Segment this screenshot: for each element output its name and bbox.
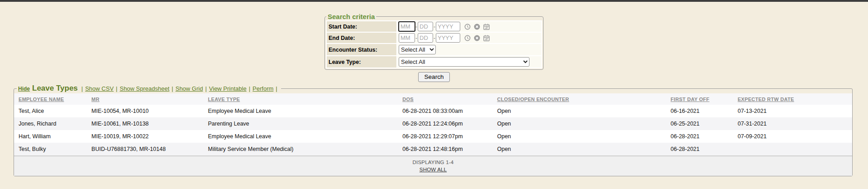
link-separator: |: [116, 85, 117, 92]
link-separator: |: [172, 85, 173, 92]
hide-link[interactable]: Hide: [18, 86, 30, 92]
cell-mr: BUID-U76881730, MR-10148: [87, 143, 203, 156]
end-date-icons: [464, 34, 493, 42]
link-separator: |: [249, 85, 250, 92]
cell-mr: MIE-10054, MR-10010: [87, 105, 203, 117]
pagination-cell: DISPLAYING 1-4 SHOW ALL: [14, 156, 852, 176]
end-date-field-group: --: [397, 33, 541, 43]
link-separator: |: [276, 85, 277, 92]
start-date-row: Start Date: --: [327, 21, 541, 32]
table-row[interactable]: Jones, Richard MIE-10061, MR-10138 Paren…: [14, 117, 852, 130]
leave-type-select[interactable]: Select All: [399, 57, 529, 67]
clock-icon[interactable]: [464, 35, 471, 41]
leave-table-body: Test, Alice MIE-10054, MR-10010 Employee…: [14, 105, 852, 156]
search-criteria-grid: Start Date: -- End Date: -- Encounter St…: [326, 20, 542, 68]
cell-employee-name: Jones, Richard: [14, 117, 87, 130]
link-separator: |: [205, 85, 206, 92]
column-header-leave-type[interactable]: LEAVE TYPE: [204, 93, 398, 105]
clear-icon[interactable]: [474, 24, 480, 30]
cell-leave-type: Military Service Member (Medical): [204, 143, 398, 156]
column-header-dos[interactable]: DOS: [398, 93, 492, 105]
leave-table-header-row: EMPLOYEE NAMEMRLEAVE TYPEDOSCLOSED/OPEN …: [14, 93, 852, 105]
top-border-bar: [0, 0, 868, 2]
leave-types-section: HideLeave Types|Show CSV|Show Spreadshee…: [14, 84, 853, 176]
show-all-link[interactable]: SHOW ALL: [420, 167, 447, 172]
cell-first-day-off: 06-28-2021: [666, 143, 733, 156]
leave-type-row: Leave Type: Select All: [327, 56, 541, 68]
search-button[interactable]: Search: [418, 72, 450, 82]
action-link-show-spreadsheet[interactable]: Show Spreadsheet: [119, 85, 169, 92]
start-date-yyyy-input[interactable]: [436, 22, 460, 31]
column-header-mr[interactable]: MR: [87, 93, 203, 105]
leave-table-foot: DISPLAYING 1-4 SHOW ALL: [14, 156, 852, 176]
cell-first-day-off: 06-28-2021: [666, 130, 733, 143]
search-criteria-legend: Search criteria: [326, 13, 376, 20]
encounter-status-field: Select All: [397, 44, 541, 55]
table-row[interactable]: Test, Alice MIE-10054, MR-10010 Employee…: [14, 105, 852, 117]
column-header-first-day-off[interactable]: FIRST DAY OFF: [666, 93, 733, 105]
cell-expected-rtw-date: 07-13-2021: [733, 105, 852, 117]
cell-encounter-status: Open: [492, 117, 666, 130]
leave-types-table: EMPLOYEE NAMEMRLEAVE TYPEDOSCLOSED/OPEN …: [14, 93, 852, 176]
leave-table-footer-row: DISPLAYING 1-4 SHOW ALL: [14, 156, 852, 176]
start-date-icons: [464, 23, 493, 31]
start-date-mm-input[interactable]: [398, 21, 415, 32]
column-header-closed-open-encounter[interactable]: CLOSED/OPEN ENCOUNTER: [492, 93, 666, 105]
date-dash: -: [415, 35, 417, 41]
link-separator: |: [81, 85, 83, 92]
end-date-label: End Date:: [327, 33, 396, 43]
cell-leave-type: Employee Medical Leave: [204, 130, 398, 143]
displaying-count: DISPLAYING 1-4: [19, 160, 848, 165]
start-date-label: Start Date:: [327, 21, 396, 32]
cell-dos: 06-28-2021 12:48:16pm: [398, 143, 492, 156]
cell-encounter-status: Open: [492, 143, 666, 156]
cell-leave-type: Parenting Leave: [204, 117, 398, 130]
cell-employee-name: Test, Alice: [14, 105, 87, 117]
cell-mr: MIE-10019, MR-10022: [87, 130, 203, 143]
cell-dos: 06-28-2021 12:29:07pm: [398, 130, 492, 143]
encounter-status-select[interactable]: Select All: [399, 45, 436, 54]
end-date-mm-input[interactable]: [399, 33, 415, 43]
search-button-row: Search: [324, 72, 544, 82]
cell-employee-name: Hart, William: [14, 130, 87, 143]
action-link-show-csv[interactable]: Show CSV: [85, 85, 114, 92]
action-link-show-grid[interactable]: Show Grid: [176, 85, 203, 92]
column-header-employee-name[interactable]: EMPLOYEE NAME: [14, 93, 87, 105]
leave-types-links: |Show CSV|Show Spreadsheet|Show Grid|Vie…: [79, 84, 280, 92]
cell-dos: 06-28-2021 12:24:06pm: [398, 117, 492, 130]
leave-types-title: Leave Types: [32, 84, 78, 92]
column-header-expected-rtw-date[interactable]: EXPECTED RTW DATE: [733, 93, 852, 105]
encounter-status-row: Encounter Status: Select All: [327, 44, 541, 55]
end-date-yyyy-input[interactable]: [436, 33, 460, 43]
leave-type-label: Leave Type:: [327, 56, 396, 68]
cell-leave-type: Employee Medical Leave: [204, 105, 398, 117]
cell-encounter-status: Open: [492, 105, 666, 117]
end-date-dd-input[interactable]: [418, 33, 433, 43]
cell-mr: MIE-10061, MR-10138: [87, 117, 203, 130]
cell-employee-name: Test, Bulky: [14, 143, 87, 156]
action-link-view-printable[interactable]: View Printable: [209, 85, 247, 92]
date-dash: -: [434, 35, 435, 41]
cell-expected-rtw-date: 07-31-2021: [733, 117, 852, 130]
cell-encounter-status: Open: [492, 130, 666, 143]
date-dash: -: [415, 24, 417, 30]
cell-first-day-off: 06-25-2021: [666, 117, 733, 130]
action-link-perform[interactable]: Perform: [253, 85, 273, 92]
encounter-status-label: Encounter Status:: [327, 44, 396, 55]
leave-types-header: HideLeave Types|Show CSV|Show Spreadshee…: [17, 84, 281, 93]
calendar-icon[interactable]: [483, 24, 490, 30]
leave-type-field: Select All: [397, 56, 541, 68]
clear-icon[interactable]: [474, 35, 480, 41]
search-criteria-fieldset: Search criteria Start Date: -- End Date:…: [324, 13, 544, 70]
cell-dos: 06-28-2021 08:33:00am: [398, 105, 492, 117]
calendar-icon[interactable]: [483, 35, 490, 41]
search-criteria-panel: Search criteria Start Date: -- End Date:…: [324, 13, 544, 82]
table-row[interactable]: Hart, William MIE-10019, MR-10022 Employ…: [14, 130, 852, 143]
table-row[interactable]: Test, Bulky BUID-U76881730, MR-10148 Mil…: [14, 143, 852, 156]
start-date-dd-input[interactable]: [418, 22, 433, 31]
leave-table-head: EMPLOYEE NAMEMRLEAVE TYPEDOSCLOSED/OPEN …: [14, 93, 852, 105]
start-date-field-group: --: [397, 21, 541, 32]
date-dash: -: [434, 24, 435, 30]
clock-icon[interactable]: [464, 24, 471, 30]
cell-first-day-off: 06-16-2021: [666, 105, 733, 117]
